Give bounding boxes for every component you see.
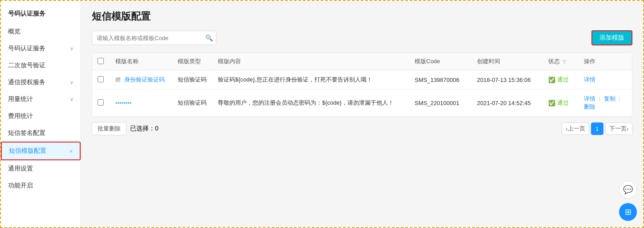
row2-code: SMS_220100001 bbox=[409, 90, 472, 117]
select-all-checkbox[interactable] bbox=[98, 58, 104, 64]
sidebar-item-cost-stats[interactable]: 费用统计 bbox=[1, 108, 81, 125]
search-input-wrap: 🔍 bbox=[92, 31, 216, 45]
sidebar-item-sms-template[interactable]: 短信模版配置 « bbox=[1, 142, 81, 160]
sidebar-item-label: 二次放号验证 bbox=[8, 61, 45, 69]
sidebar-item-label: 短信模版配置 bbox=[9, 147, 46, 155]
sidebar-item-feature-enable[interactable]: 功能开启 bbox=[1, 177, 81, 194]
sidebar-item-num-auth[interactable]: 号码认证服务 ∨ bbox=[1, 40, 81, 57]
prev-page-button[interactable]: ‹ 上一页 bbox=[562, 122, 589, 135]
next-page-button[interactable]: 下一页 › bbox=[605, 122, 632, 135]
check-icon: ✅ bbox=[548, 77, 555, 83]
row2-ops: 详情 | 复制 | 删除 bbox=[579, 90, 632, 117]
check-icon: ✅ bbox=[548, 100, 555, 106]
float-buttons: 💬 ⊞ bbox=[619, 181, 637, 221]
sidebar-item-label: 功能开启 bbox=[8, 182, 33, 190]
row2-created: 2021-07-20 14:52:45 bbox=[472, 90, 543, 117]
row2-op-copy[interactable]: 复制 bbox=[604, 95, 615, 102]
row-checkbox[interactable] bbox=[98, 76, 104, 82]
col-header-type: 模版类型 bbox=[172, 53, 212, 70]
sidebar-item-sms-sign[interactable]: 短信签名配置 bbox=[1, 125, 81, 142]
row2-name-link[interactable]: •••••••• bbox=[115, 100, 131, 106]
col-header-status: 状态 ▽ bbox=[543, 53, 579, 70]
sidebar-item-overview[interactable]: 概览 bbox=[1, 23, 81, 40]
batch-delete-button[interactable]: 批量删除 bbox=[92, 122, 126, 135]
sidebar: 号码认证服务 概览 号码认证服务 ∨ 二次放号验证 通信授权服务 ∨ 用量统计 … bbox=[1, 1, 81, 227]
sidebar-title: 号码认证服务 bbox=[1, 4, 81, 23]
filter-icon[interactable]: ▽ bbox=[562, 59, 566, 64]
row1-code: SMS_139870006 bbox=[409, 70, 472, 90]
col-header-content: 模版内容 bbox=[212, 53, 409, 70]
templates-table: 模版名称 模版类型 模版内容 模版Code 创建时间 状态 bbox=[92, 53, 632, 116]
row1-content: 验证码${code},您正在进行身份验证，打死不要告诉别人哦！ bbox=[212, 70, 409, 90]
page-title: 短信模版配置 bbox=[92, 10, 632, 23]
row1-op-detail[interactable]: 详情 bbox=[584, 76, 595, 83]
row2-op-delete[interactable]: 删除 bbox=[584, 103, 595, 110]
add-template-button[interactable]: 添加模版 bbox=[591, 30, 632, 45]
sidebar-item-label: 概览 bbox=[8, 28, 20, 36]
row1-created: 2018-07-13 15:36:06 bbox=[472, 70, 543, 90]
search-input[interactable] bbox=[92, 31, 216, 45]
sidebar-item-label: 用量统计 bbox=[8, 95, 33, 103]
sidebar-item-label: 通信授权服务 bbox=[8, 78, 45, 86]
chevron-down-icon: ∨ bbox=[70, 80, 73, 86]
selected-info: 已选择：0 bbox=[130, 125, 159, 133]
sidebar-item-usage-stats[interactable]: 用量统计 ∨ bbox=[1, 91, 81, 108]
row1-prefix: 赠 bbox=[115, 77, 121, 83]
pagination: ‹ 上一页 1 下一页 › bbox=[562, 122, 632, 135]
chevron-down-icon: ∨ bbox=[70, 97, 73, 102]
row2-content: 尊敬的用户，您的注册会员动态密码为：${code}，请勿泄漏于他人！ bbox=[212, 90, 409, 117]
chat-icon: 💬 bbox=[623, 185, 633, 195]
table-container: 模版名称 模版类型 模版内容 模版Code 创建时间 状态 bbox=[92, 53, 632, 117]
page-1-button[interactable]: 1 bbox=[591, 122, 603, 135]
search-icon: 🔍 bbox=[205, 34, 213, 41]
sidebar-item-label: 费用统计 bbox=[8, 112, 33, 120]
table-row: •••••••• 短信验证码 尊敬的用户，您的注册会员动态密码为：${code}… bbox=[92, 90, 632, 117]
row2-status: ✅ 通过 bbox=[548, 99, 569, 107]
row1-name-link[interactable]: 身份验证验证码 bbox=[124, 76, 165, 83]
row1-ops: 详情 bbox=[579, 70, 632, 90]
col-header-code: 模版Code bbox=[409, 53, 472, 70]
sidebar-item-secondary-verify[interactable]: 二次放号验证 bbox=[1, 57, 81, 74]
sidebar-item-label: 号码认证服务 bbox=[8, 45, 45, 53]
chat-float-button[interactable]: 💬 bbox=[619, 181, 637, 199]
row-checkbox[interactable] bbox=[98, 99, 104, 106]
row2-type: 短信验证码 bbox=[172, 90, 212, 117]
chevron-down-icon: ∨ bbox=[70, 46, 73, 52]
col-header-created: 创建时间 bbox=[472, 53, 543, 70]
search-area: 🔍 添加模版 bbox=[92, 30, 632, 45]
main-content: 短信模版配置 🔍 添加模版 模版名称 模版类型 bbox=[81, 1, 643, 227]
row1-status: ✅ 通过 bbox=[548, 76, 569, 84]
sidebar-item-label: 短信签名配置 bbox=[8, 129, 45, 137]
col-header-name: 模版名称 bbox=[110, 53, 172, 70]
sidebar-item-general-settings[interactable]: 通用设置 bbox=[1, 160, 81, 177]
row2-op-detail[interactable]: 详情 bbox=[584, 95, 595, 102]
apps-icon: ⊞ bbox=[625, 207, 632, 217]
col-header-op: 操作 bbox=[579, 53, 632, 70]
collapse-icon: « bbox=[69, 148, 73, 154]
sidebar-item-label: 通用设置 bbox=[8, 165, 33, 173]
row1-type: 短信验证码 bbox=[172, 70, 212, 90]
table-row: 赠 身份验证验证码 短信验证码 验证码${code},您正在进行身份验证，打死不… bbox=[92, 70, 632, 90]
bottom-bar: 批量删除 已选择：0 ‹ 上一页 1 下一页 › bbox=[92, 117, 632, 135]
apps-float-button[interactable]: ⊞ bbox=[619, 203, 637, 221]
sidebar-item-comm-auth[interactable]: 通信授权服务 ∨ bbox=[1, 74, 81, 91]
chevron-right-icon: › bbox=[627, 126, 628, 132]
